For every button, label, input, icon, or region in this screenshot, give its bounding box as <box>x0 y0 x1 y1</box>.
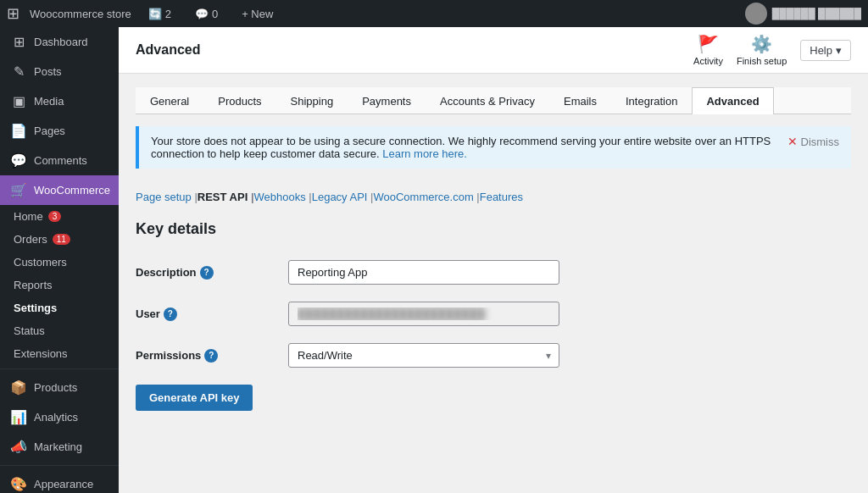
subnav-webhooks[interactable]: Webhooks <box>254 191 312 203</box>
admin-bar-left: ⊞ Woocommerce store 🔄 2 💬 0 + New <box>7 4 738 23</box>
permissions-field-cell: Read Write Read/Write ▾ <box>288 335 851 376</box>
comment-count[interactable]: 💬 0 <box>188 8 225 20</box>
sidebar-label-marketing: Marketing <box>34 440 82 453</box>
main-topbar: Advanced 🚩 Activity ⚙️ Finish setup Help… <box>119 27 868 74</box>
admin-bar: ⊞ Woocommerce store 🔄 2 💬 0 + New ██████… <box>0 0 868 27</box>
sidebar-sub-item-status[interactable]: Status <box>0 319 119 342</box>
sidebar-sub-item-extensions[interactable]: Extensions <box>0 342 119 365</box>
dashboard-icon: ⊞ <box>10 34 27 50</box>
sidebar-sub-item-settings[interactable]: Settings <box>0 296 119 319</box>
sidebar-label-comments: Comments <box>34 154 87 167</box>
help-button[interactable]: Help ▾ <box>800 40 851 61</box>
description-help-icon[interactable]: ? <box>200 266 214 280</box>
main-content: Advanced 🚩 Activity ⚙️ Finish setup Help… <box>119 27 868 493</box>
description-label: Description ? <box>136 252 288 293</box>
sidebar-sub-item-orders[interactable]: Orders 11 <box>0 228 119 251</box>
sidebar-label-media: Media <box>34 95 64 108</box>
new-button[interactable]: + New <box>235 8 280 20</box>
sidebar-item-comments[interactable]: 💬 Comments <box>0 146 119 175</box>
appearance-icon: 🎨 <box>10 476 27 492</box>
tab-payments[interactable]: Payments <box>348 87 426 114</box>
generate-api-key-button[interactable]: Generate API key <box>136 385 253 411</box>
sidebar-item-marketing[interactable]: 📣 Marketing <box>0 432 119 462</box>
description-field-cell <box>288 252 851 293</box>
page-title: Advanced <box>136 42 200 58</box>
wordpress-logo: ⊞ <box>7 4 19 23</box>
notice-banner: Your store does not appear to be using a… <box>136 126 851 169</box>
finish-setup-icon: ⚙️ <box>751 34 772 54</box>
tab-shipping[interactable]: Shipping <box>276 87 348 114</box>
tab-products[interactable]: Products <box>203 87 275 114</box>
sidebar-item-media[interactable]: ▣ Media <box>0 86 119 116</box>
woo-submenu: Home 3 Orders 11 Customers Reports Setti… <box>0 205 119 365</box>
posts-icon: ✎ <box>10 64 27 80</box>
pages-icon: 📄 <box>10 123 27 139</box>
comment-icon: 💬 <box>195 8 209 20</box>
subnav-page-setup[interactable]: Page setup <box>136 191 198 203</box>
sidebar-label-dashboard: Dashboard <box>34 36 88 48</box>
sidebar-item-analytics[interactable]: 📊 Analytics <box>0 402 119 432</box>
user-field-cell <box>288 293 851 335</box>
update-count[interactable]: 🔄 2 <box>142 8 178 20</box>
permissions-help-icon[interactable]: ? <box>204 349 218 363</box>
products-icon: 📦 <box>10 379 27 396</box>
activity-button[interactable]: 🚩 Activity <box>693 34 723 66</box>
sidebar-item-pages[interactable]: 📄 Pages <box>0 116 119 146</box>
sidebar-divider-2 <box>0 465 119 466</box>
sidebar-label-woocommerce: WooCommerce <box>34 184 110 197</box>
subnav-legacy-api[interactable]: Legacy API <box>312 191 374 203</box>
sidebar-label-appearance: Appearance <box>34 478 93 490</box>
sidebar-sub-item-reports[interactable]: Reports <box>0 274 119 296</box>
orders-label: Orders <box>14 233 47 246</box>
home-label: Home <box>14 210 43 223</box>
tab-emails[interactable]: Emails <box>549 87 611 114</box>
sidebar-sub-item-customers[interactable]: Customers <box>0 251 119 274</box>
finish-setup-button[interactable]: ⚙️ Finish setup <box>737 34 787 66</box>
comments-icon: 💬 <box>10 152 27 169</box>
permissions-select-wrapper: Read Write Read/Write ▾ <box>288 343 559 368</box>
sidebar-label-posts: Posts <box>34 65 62 78</box>
dismiss-button[interactable]: ✕ Dismiss <box>787 135 840 148</box>
dismiss-icon: ✕ <box>787 135 798 148</box>
app-wrapper: ⊞ Woocommerce store 🔄 2 💬 0 + New ██████… <box>0 0 868 493</box>
sub-nav: Page setup REST API Webhooks Legacy API … <box>136 180 851 210</box>
description-input[interactable] <box>288 260 559 285</box>
permissions-select[interactable]: Read Write Read/Write <box>288 343 559 368</box>
user-input[interactable] <box>288 302 559 326</box>
sidebar-item-dashboard[interactable]: ⊞ Dashboard <box>0 27 119 57</box>
sidebar-label-pages: Pages <box>34 125 65 137</box>
key-details-form: Description ? User ? <box>136 252 851 376</box>
notice-link[interactable]: Learn more here. <box>382 147 467 160</box>
sidebar-item-products[interactable]: 📦 Products <box>0 373 119 402</box>
home-badge: 3 <box>48 211 62 222</box>
tab-accounts-privacy[interactable]: Accounts & Privacy <box>426 87 549 114</box>
sidebar-item-posts[interactable]: ✎ Posts <box>0 57 119 86</box>
sidebar-item-appearance[interactable]: 🎨 Appearance <box>0 469 119 493</box>
sidebar-item-woocommerce[interactable]: 🛒 WooCommerce <box>0 175 119 205</box>
notice-text: Your store does not appear to be using a… <box>151 135 777 160</box>
tab-integration[interactable]: Integration <box>611 87 692 114</box>
activity-label: Activity <box>693 56 723 66</box>
sidebar-sub-item-home[interactable]: Home 3 <box>0 205 119 228</box>
updates-icon: 🔄 <box>148 8 162 20</box>
subnav-features[interactable]: Features <box>480 191 523 203</box>
activity-icon: 🚩 <box>698 34 719 54</box>
tab-general[interactable]: General <box>136 87 203 114</box>
description-row: Description ? <box>136 252 851 293</box>
marketing-icon: 📣 <box>10 439 27 455</box>
tab-advanced[interactable]: Advanced <box>692 87 773 114</box>
user-help-icon[interactable]: ? <box>164 307 177 321</box>
layout: ⊞ Dashboard ✎ Posts ▣ Media 📄 Pages 💬 Co… <box>0 27 868 493</box>
settings-label: Settings <box>14 302 57 314</box>
username: ██████ ██████ <box>772 8 861 19</box>
sidebar: ⊞ Dashboard ✎ Posts ▣ Media 📄 Pages 💬 Co… <box>0 27 119 493</box>
avatar[interactable] <box>745 3 767 25</box>
site-name[interactable]: Woocommerce store <box>30 8 131 20</box>
sidebar-label-products: Products <box>34 381 77 394</box>
subnav-rest-api[interactable]: REST API <box>198 191 254 203</box>
admin-bar-right: ██████ ██████ <box>745 3 861 25</box>
permissions-row: Permissions ? Read Write Read/Write <box>136 335 851 376</box>
help-label: Help <box>810 44 832 57</box>
orders-badge: 11 <box>53 234 70 245</box>
subnav-woocommerce-com[interactable]: WooCommerce.com <box>373 191 479 203</box>
